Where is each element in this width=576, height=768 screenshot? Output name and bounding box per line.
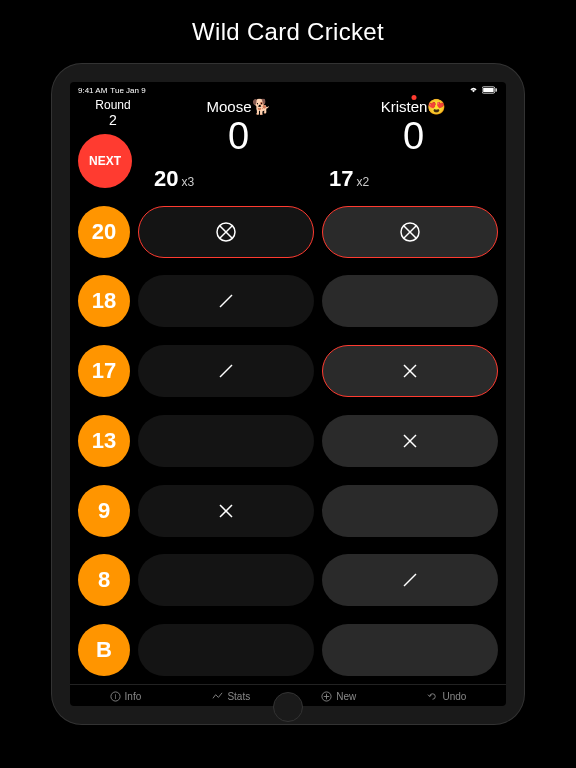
svg-line-10 (220, 365, 232, 377)
target-chip[interactable]: 17 (78, 345, 130, 397)
score-row: 8 (78, 549, 498, 613)
page-title: Wild Card Cricket (0, 0, 576, 64)
score-row: 20 (78, 200, 498, 264)
battery-icon (482, 86, 498, 96)
undo-button[interactable]: Undo (427, 691, 466, 702)
target-chip[interactable]: 18 (78, 275, 130, 327)
player-1-score: 0 (154, 116, 323, 158)
player-1-wild-number: 20 (154, 166, 178, 192)
svg-text:i: i (114, 692, 116, 701)
score-grid: 2018171398B (70, 196, 506, 684)
new-button[interactable]: New (321, 691, 356, 702)
target-chip[interactable]: 20 (78, 206, 130, 258)
player-2-score: 0 (329, 116, 498, 158)
round-number: 2 (78, 112, 148, 129)
score-cell[interactable] (322, 345, 498, 397)
score-row: 9 (78, 479, 498, 543)
info-button[interactable]: i Info (110, 691, 142, 702)
svg-line-9 (220, 295, 232, 307)
wild-card-row: 20 x3 17 x2 (70, 158, 506, 196)
target-chip[interactable]: 13 (78, 415, 130, 467)
undo-icon (427, 691, 438, 702)
player-1-header: Moose🐕 0 (154, 98, 323, 158)
score-cell[interactable] (322, 275, 498, 327)
score-cell[interactable] (138, 345, 314, 397)
score-row: 17 (78, 339, 498, 403)
svg-line-17 (404, 574, 416, 586)
next-button[interactable]: NEXT (78, 134, 132, 188)
score-cell[interactable] (322, 206, 498, 258)
score-cell[interactable] (138, 485, 314, 537)
score-cell[interactable] (322, 554, 498, 606)
plus-icon (321, 691, 332, 702)
score-cell[interactable] (138, 275, 314, 327)
player-2-wild-number: 17 (329, 166, 353, 192)
status-time: 9:41 AM (78, 86, 107, 95)
status-date: Tue Jan 9 (110, 86, 145, 95)
svg-rect-1 (483, 88, 493, 92)
score-cell[interactable] (138, 206, 314, 258)
device-frame: 9:41 AM Tue Jan 9 Round 2 Moose🐕 0 (52, 64, 524, 724)
score-cell[interactable] (322, 485, 498, 537)
header: Round 2 Moose🐕 0 Kristen😍 0 (70, 96, 506, 158)
score-cell[interactable] (322, 624, 498, 676)
score-cell[interactable] (138, 624, 314, 676)
player-2-name: Kristen😍 (329, 98, 498, 116)
score-row: 13 (78, 409, 498, 473)
score-row: B (78, 618, 498, 682)
player-2-wild-multiplier: x2 (356, 175, 369, 189)
round-indicator: Round 2 (78, 98, 148, 129)
player-2-header: Kristen😍 0 (329, 98, 498, 158)
target-chip[interactable]: 9 (78, 485, 130, 537)
info-label: Info (125, 691, 142, 702)
player-1-name: Moose🐕 (154, 98, 323, 116)
active-turn-indicator (411, 95, 416, 100)
stats-label: Stats (227, 691, 250, 702)
score-cell[interactable] (138, 415, 314, 467)
score-cell[interactable] (322, 415, 498, 467)
round-label: Round (78, 98, 148, 112)
app-screen: 9:41 AM Tue Jan 9 Round 2 Moose🐕 0 (70, 82, 506, 706)
score-row: 18 (78, 270, 498, 334)
player-1-wild-multiplier: x3 (181, 175, 194, 189)
home-button[interactable] (273, 692, 303, 722)
info-icon: i (110, 691, 121, 702)
stats-button[interactable]: Stats (212, 691, 250, 702)
new-label: New (336, 691, 356, 702)
svg-rect-2 (496, 88, 497, 91)
score-cell[interactable] (138, 554, 314, 606)
status-bar: 9:41 AM Tue Jan 9 (70, 82, 506, 96)
undo-label: Undo (442, 691, 466, 702)
stats-icon (212, 691, 223, 702)
target-chip[interactable]: B (78, 624, 130, 676)
target-chip[interactable]: 8 (78, 554, 130, 606)
wifi-icon (468, 86, 479, 96)
